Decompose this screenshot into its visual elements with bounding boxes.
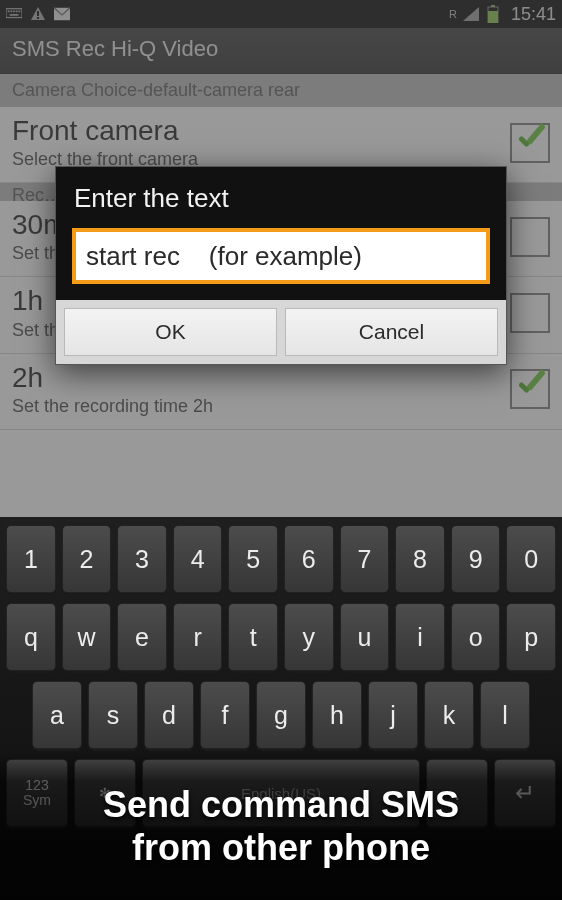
text-input-dialog: Enter the text OK Cancel <box>55 166 507 365</box>
key-e[interactable]: e <box>117 603 167 671</box>
key-3[interactable]: 3 <box>117 525 167 593</box>
key-j[interactable]: j <box>368 681 418 749</box>
key-7[interactable]: 7 <box>340 525 390 593</box>
key-t[interactable]: t <box>228 603 278 671</box>
key-r[interactable]: r <box>173 603 223 671</box>
key-0[interactable]: 0 <box>506 525 556 593</box>
key-5[interactable]: 5 <box>228 525 278 593</box>
key-o[interactable]: o <box>451 603 501 671</box>
key-a[interactable]: a <box>32 681 82 749</box>
ok-button[interactable]: OK <box>64 308 277 356</box>
key-w[interactable]: w <box>62 603 112 671</box>
dialog-text-input[interactable] <box>72 228 490 284</box>
key-p[interactable]: p <box>506 603 556 671</box>
key-2[interactable]: 2 <box>62 525 112 593</box>
key-f[interactable]: f <box>200 681 250 749</box>
keyboard-row-1: 1 2 3 4 5 6 7 8 9 0 <box>4 525 558 593</box>
key-y[interactable]: y <box>284 603 334 671</box>
promo-caption: Send command SMS from other phone <box>0 752 562 900</box>
caption-line-2: from other phone <box>132 827 430 868</box>
key-i[interactable]: i <box>395 603 445 671</box>
key-d[interactable]: d <box>144 681 194 749</box>
key-u[interactable]: u <box>340 603 390 671</box>
caption-line-1: Send command SMS <box>103 784 459 825</box>
key-4[interactable]: 4 <box>173 525 223 593</box>
key-9[interactable]: 9 <box>451 525 501 593</box>
key-h[interactable]: h <box>312 681 362 749</box>
key-6[interactable]: 6 <box>284 525 334 593</box>
key-q[interactable]: q <box>6 603 56 671</box>
keyboard-row-3: a s d f g h j k l <box>4 681 558 749</box>
cancel-button[interactable]: Cancel <box>285 308 498 356</box>
key-k[interactable]: k <box>424 681 474 749</box>
key-8[interactable]: 8 <box>395 525 445 593</box>
key-1[interactable]: 1 <box>6 525 56 593</box>
keyboard-row-2: q w e r t y u i o p <box>4 603 558 671</box>
key-s[interactable]: s <box>88 681 138 749</box>
key-g[interactable]: g <box>256 681 306 749</box>
dialog-title: Enter the text <box>56 167 506 228</box>
key-l[interactable]: l <box>480 681 530 749</box>
